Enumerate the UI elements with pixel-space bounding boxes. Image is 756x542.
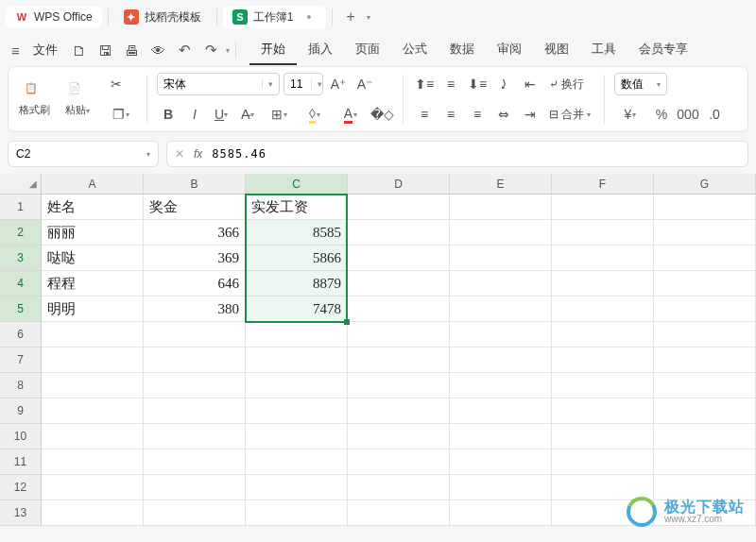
save-icon[interactable]: 🖫: [94, 38, 118, 62]
cell[interactable]: [552, 398, 654, 424]
cell[interactable]: [144, 475, 246, 500]
column-header[interactable]: B: [144, 174, 246, 195]
qat-caret[interactable]: ▾: [226, 46, 230, 55]
distribute-icon[interactable]: ⇔: [492, 103, 515, 126]
new-tab-button[interactable]: +: [338, 8, 362, 25]
cell[interactable]: [42, 398, 144, 424]
cell[interactable]: [450, 220, 552, 246]
column-header[interactable]: F: [552, 174, 654, 195]
cell[interactable]: 哒哒: [42, 246, 144, 271]
row-header[interactable]: 10: [0, 424, 42, 449]
cell[interactable]: [654, 271, 756, 296]
cell[interactable]: [552, 347, 654, 373]
cell[interactable]: [246, 322, 348, 347]
select-all-corner[interactable]: ◢: [0, 174, 42, 195]
cell[interactable]: [552, 373, 654, 398]
new-icon[interactable]: 🗋: [67, 38, 92, 62]
app-tab-main[interactable]: W WPS Office: [6, 7, 102, 27]
column-header[interactable]: A: [42, 174, 144, 195]
decrease-font-icon[interactable]: A⁻: [353, 73, 376, 95]
cell[interactable]: [144, 449, 246, 475]
cell[interactable]: [348, 475, 450, 500]
font-size-select[interactable]: ▾: [284, 73, 323, 95]
cell[interactable]: 丽丽: [42, 220, 144, 246]
cell[interactable]: 5866: [246, 246, 348, 271]
cell[interactable]: 366: [144, 220, 246, 246]
cell[interactable]: [654, 322, 756, 347]
cell[interactable]: [654, 373, 756, 398]
row-header[interactable]: 12: [0, 475, 42, 500]
cell[interactable]: [42, 475, 144, 500]
cell[interactable]: [246, 449, 348, 475]
cell[interactable]: [552, 296, 654, 322]
cell[interactable]: [552, 322, 654, 347]
fx-icon[interactable]: fx: [194, 147, 202, 161]
cell[interactable]: [552, 220, 654, 246]
cell[interactable]: [246, 500, 348, 526]
cell[interactable]: [348, 220, 450, 246]
cell[interactable]: [246, 475, 348, 500]
cell[interactable]: [144, 500, 246, 526]
align-right-icon[interactable]: ≡: [466, 103, 489, 126]
tab-formula[interactable]: 公式: [391, 35, 438, 65]
cell[interactable]: [144, 347, 246, 373]
cell[interactable]: [654, 398, 756, 424]
merge-button[interactable]: ⊟合并▾: [545, 107, 594, 123]
cell[interactable]: [552, 449, 654, 475]
cell[interactable]: [450, 246, 552, 271]
font-size-input[interactable]: [284, 77, 311, 91]
font-name-input[interactable]: [158, 77, 262, 91]
row-header[interactable]: 6: [0, 322, 42, 347]
row-header[interactable]: 5: [0, 296, 42, 322]
chevron-down-icon[interactable]: ▾: [262, 79, 279, 89]
column-header[interactable]: E: [450, 174, 552, 195]
row-header[interactable]: 8: [0, 373, 42, 398]
cell[interactable]: 646: [144, 271, 246, 296]
indent-left-icon[interactable]: ⇤: [519, 73, 541, 95]
bold-icon[interactable]: B: [157, 103, 180, 126]
cell[interactable]: [42, 500, 144, 526]
cell[interactable]: [246, 424, 348, 449]
cell[interactable]: [246, 398, 348, 424]
italic-icon[interactable]: I: [183, 103, 206, 126]
redo-icon[interactable]: ↷: [199, 38, 224, 62]
column-header[interactable]: C: [246, 174, 348, 195]
cell[interactable]: 明明: [42, 296, 144, 322]
align-middle-icon[interactable]: ≡: [439, 73, 462, 95]
cell[interactable]: [552, 195, 654, 220]
row-header[interactable]: 3: [0, 246, 42, 271]
row-header[interactable]: 7: [0, 347, 42, 373]
row-header[interactable]: 11: [0, 449, 42, 475]
cell[interactable]: [450, 373, 552, 398]
cell[interactable]: [144, 322, 246, 347]
spreadsheet-grid[interactable]: ◢ ABCDEFG 12345678910111213 姓名奖金实发工资丽丽36…: [0, 174, 756, 526]
increase-font-icon[interactable]: A⁺: [327, 73, 350, 95]
cell[interactable]: [42, 347, 144, 373]
formula-input-area[interactable]: ✕ fx 8585.46: [166, 141, 748, 167]
print-icon[interactable]: 🖶: [120, 38, 145, 62]
tab-insert[interactable]: 插入: [297, 35, 344, 65]
cell[interactable]: [348, 322, 450, 347]
cell[interactable]: [450, 271, 552, 296]
cell[interactable]: [450, 475, 552, 500]
align-center-icon[interactable]: ≡: [439, 103, 462, 126]
cell[interactable]: [348, 373, 450, 398]
cell[interactable]: [348, 449, 450, 475]
currency-icon[interactable]: ¥▾: [614, 103, 646, 126]
cell[interactable]: [42, 424, 144, 449]
wrap-text-button[interactable]: ⤶换行: [545, 76, 588, 93]
cell[interactable]: [450, 322, 552, 347]
format-brush-button[interactable]: 📋 格式刷: [14, 71, 54, 127]
cell[interactable]: [552, 246, 654, 271]
cell[interactable]: [450, 500, 552, 526]
cell[interactable]: [348, 347, 450, 373]
cell[interactable]: [552, 271, 654, 296]
tab-member[interactable]: 会员专享: [627, 35, 699, 65]
undo-icon[interactable]: ↶: [173, 38, 198, 62]
tab-list-caret[interactable]: ▾: [367, 13, 370, 22]
cell[interactable]: [450, 347, 552, 373]
menu-file[interactable]: 文件: [26, 42, 65, 59]
preview-icon[interactable]: 👁: [146, 38, 171, 62]
tab-view[interactable]: 视图: [533, 35, 580, 65]
font-color-icon[interactable]: A▾: [335, 103, 367, 126]
